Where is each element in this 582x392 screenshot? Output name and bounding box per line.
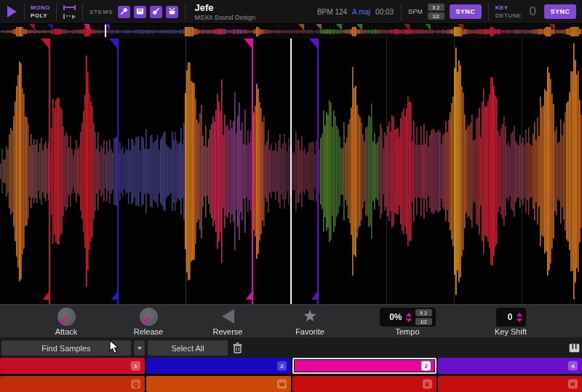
key-label[interactable]: KEY (495, 4, 522, 11)
stem-drums-button[interactable] (166, 6, 178, 18)
tempo-down-icon[interactable] (406, 319, 412, 322)
keyshift-down-icon[interactable] (517, 319, 522, 322)
track-key: A maj (352, 8, 370, 16)
drum-icon (168, 5, 176, 18)
release-control: Release (127, 305, 170, 338)
pad-E[interactable]: E (292, 376, 436, 392)
track-info: Jefe MSXII Sound Design (186, 2, 264, 21)
attack-control: Attack (44, 305, 88, 338)
stems-label: STEMS (89, 9, 113, 15)
favorite-control: ★ Favorite (285, 305, 335, 338)
waveform-overview[interactable] (0, 24, 582, 39)
cue-flag-icon[interactable] (41, 39, 49, 48)
overview-cue-flag-icon (549, 24, 555, 31)
cue-foot-icon (43, 292, 49, 300)
tempo-control: 0% X 2 1/2 Tempo (378, 305, 437, 338)
pad-Q[interactable]: Q (0, 376, 145, 392)
overview-cue-flag-icon (298, 24, 304, 31)
select-all-button[interactable]: Select All (148, 340, 228, 356)
detune-value: 0 (527, 4, 539, 19)
overview-playhead (105, 25, 106, 37)
overview-cue-flag-icon (29, 24, 35, 31)
keyshift-stepper[interactable] (517, 313, 522, 322)
cue-flag-icon[interactable] (244, 39, 252, 48)
trigger-mode-icon[interactable] (63, 14, 76, 19)
piano-keys-icon (569, 343, 580, 353)
knob-indicator (142, 317, 149, 324)
knob-indicator (60, 317, 67, 324)
cue-flag-icon[interactable] (109, 39, 117, 48)
pad-grid: 1234QWER (0, 358, 582, 392)
overview-cue-flag-icon (404, 24, 410, 31)
bpm-sync-button[interactable]: SYNC (450, 4, 482, 19)
overview-cue-flag-icon (84, 24, 89, 31)
keyshift-up-icon[interactable] (517, 313, 522, 316)
cue-marker-1[interactable] (49, 39, 50, 304)
sampler-app: MONO POLY STEMS Jefe MSXII Sound Design … (0, 0, 582, 392)
overview-cue-flag-icon (47, 24, 53, 31)
reverse-control: Reverse (204, 305, 252, 338)
pad-3[interactable]: 3 (292, 358, 436, 374)
tempo-up-icon[interactable] (406, 313, 412, 316)
mono-option[interactable]: MONO (31, 4, 50, 11)
track-artist: MSXII Sound Design (194, 14, 255, 21)
overview-cue-flag-icon (356, 24, 362, 31)
bpm-label: BPM (408, 8, 423, 15)
stem-keys-button[interactable] (134, 6, 146, 18)
waveform-display[interactable] (0, 39, 582, 304)
delete-button[interactable] (230, 340, 244, 356)
keyboard-view-button[interactable] (567, 340, 581, 356)
cue-marker-4[interactable] (317, 39, 319, 304)
pad-1[interactable]: 1 (0, 358, 145, 374)
overview-cue-flag-icon (316, 24, 322, 31)
favorite-label: Favorite (295, 327, 324, 336)
pad-W[interactable]: W (146, 376, 291, 392)
find-samples-dropdown-button[interactable] (134, 340, 145, 356)
keyshift-value: 0 (500, 312, 513, 322)
stem-bass-button[interactable] (150, 6, 162, 18)
pad-key-badge: 3 (421, 361, 431, 371)
reverse-label: Reverse (213, 327, 243, 336)
track-time: 00:03 (375, 8, 394, 16)
cue-flag-icon[interactable] (309, 39, 317, 48)
key-sync-button[interactable]: SYNC (544, 4, 576, 19)
track-bpm: BPM 124 (317, 8, 347, 16)
voice-mode-toggle: MONO POLY (25, 4, 56, 19)
tempo-box: 0% X 2 1/2 (380, 308, 436, 327)
cue-marker-3[interactable] (252, 39, 253, 304)
pad-key-badge: 1 (131, 361, 140, 371)
cue-foot-icon (111, 292, 117, 300)
top-bar: MONO POLY STEMS Jefe MSXII Sound Design … (0, 0, 582, 24)
hold-mode-icon[interactable] (63, 5, 76, 10)
pad-2[interactable]: 2 (146, 358, 291, 374)
poly-option[interactable]: POLY (31, 12, 50, 19)
detune-label[interactable]: DETUNE (495, 12, 522, 19)
reverse-icon[interactable] (222, 309, 234, 324)
controls-bar: Attack Release Reverse ★ Favorite 0% X 2 (0, 304, 582, 337)
tempo-x2-button[interactable]: X 2 (415, 309, 432, 316)
cue-foot-icon (311, 292, 317, 300)
attack-label: Attack (55, 327, 78, 336)
bpm-half-button[interactable]: 1/2 (428, 12, 445, 20)
tempo-stepper[interactable] (406, 313, 412, 322)
attack-knob[interactable] (57, 308, 76, 326)
release-knob[interactable] (140, 308, 158, 326)
tempo-half-button[interactable]: 1/2 (415, 318, 432, 325)
cue-foot-icon (246, 292, 252, 300)
play-button[interactable] (0, 0, 24, 24)
trash-icon (233, 343, 242, 353)
pad-R[interactable]: R (438, 376, 582, 392)
pad-key-badge: R (568, 380, 578, 389)
stem-vocals-button[interactable] (118, 6, 130, 18)
chevron-down-icon (137, 347, 142, 350)
find-samples-button[interactable]: Find Samples (1, 340, 131, 356)
pad-key-badge: E (423, 380, 432, 389)
favorite-star-icon[interactable]: ★ (303, 308, 318, 324)
guitar-icon (152, 5, 160, 18)
pad-4[interactable]: 4 (438, 358, 582, 374)
playhead[interactable] (290, 39, 292, 304)
playback-mode-toggle (57, 5, 82, 19)
pad-key-badge: W (277, 380, 287, 389)
bpm-x2-button[interactable]: X 2 (428, 4, 445, 11)
cue-marker-2[interactable] (117, 39, 119, 304)
